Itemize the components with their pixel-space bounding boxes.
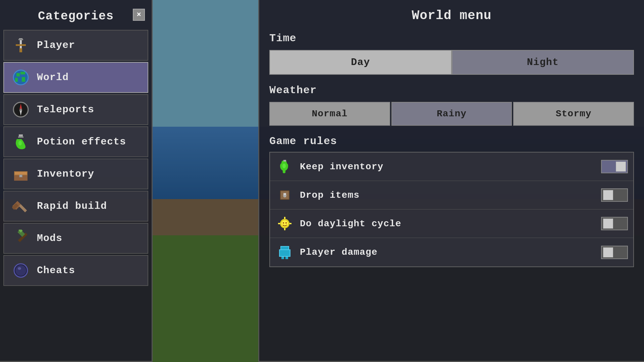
- svg-point-34: [282, 164, 286, 168]
- rule-daylight-cycle: Do daylight cycle: [270, 209, 633, 238]
- compass-icon: [11, 100, 31, 120]
- svg-point-42: [283, 222, 284, 224]
- svg-rect-9: [22, 77, 25, 82]
- globe-icon: [11, 67, 31, 87]
- svg-point-18: [18, 141, 22, 145]
- sidebar-item-cheats[interactable]: Cheats: [3, 255, 148, 286]
- keep-inventory-toggle-thumb: [616, 162, 626, 172]
- daylight-cycle-icon: [275, 215, 294, 233]
- sidebar-item-potion-effects[interactable]: Potion effects: [3, 126, 148, 157]
- svg-rect-6: [16, 73, 20, 76]
- pickaxe-icon: [11, 228, 31, 248]
- svg-rect-35: [283, 160, 286, 162]
- player-damage-label: Player damage: [300, 247, 601, 257]
- svg-rect-8: [15, 78, 18, 82]
- svg-rect-48: [281, 246, 289, 250]
- player-damage-toggle-thumb: [603, 247, 613, 257]
- sidebar-item-player[interactable]: Player: [3, 30, 148, 61]
- rule-drop-items: Drop items: [270, 181, 633, 209]
- daylight-cycle-toggle[interactable]: [601, 217, 628, 230]
- svg-rect-45: [284, 228, 285, 230]
- daylight-cycle-toggle-thumb: [603, 219, 613, 229]
- game-rules-section: Game rules Keep inventory: [266, 132, 637, 267]
- categories-panel: Categories × Player: [0, 0, 153, 362]
- sidebar-item-inventory-label: Inventory: [37, 168, 94, 180]
- weather-normal-button[interactable]: Normal: [269, 102, 390, 126]
- svg-rect-50: [281, 256, 284, 259]
- player-damage-icon: [275, 243, 294, 261]
- sidebar-item-world-label: World: [37, 72, 69, 83]
- game-rules-list: Keep inventory Drop items: [269, 152, 634, 267]
- keep-inventory-icon: [275, 158, 294, 176]
- weather-rainy-button[interactable]: Rainy: [391, 102, 512, 126]
- close-button[interactable]: ×: [133, 9, 145, 21]
- svg-rect-17: [18, 136, 23, 138]
- orb-icon: [11, 260, 31, 281]
- svg-rect-3: [16, 44, 26, 46]
- sword-icon: [11, 35, 31, 55]
- time-buttons-row: Day Night: [269, 50, 634, 75]
- sidebar-item-potion-effects-label: Potion effects: [37, 136, 126, 147]
- sidebar-item-teleports-label: Teleports: [37, 104, 94, 115]
- svg-rect-21: [15, 172, 27, 175]
- svg-rect-46: [278, 223, 280, 224]
- svg-rect-4: [19, 48, 22, 52]
- svg-point-43: [285, 222, 287, 224]
- weather-stormy-button[interactable]: Stormy: [513, 102, 634, 126]
- time-section-label: Time: [266, 29, 637, 47]
- svg-rect-25: [19, 204, 27, 212]
- chest-icon: [11, 164, 31, 184]
- sidebar-item-cheats-label: Cheats: [37, 265, 75, 276]
- svg-rect-2: [18, 39, 23, 40]
- rule-keep-inventory: Keep inventory: [270, 153, 633, 181]
- sidebar-item-teleports[interactable]: Teleports: [3, 94, 148, 125]
- sidebar-item-world[interactable]: World: [3, 62, 148, 93]
- svg-rect-23: [20, 175, 22, 177]
- categories-header: Categories ×: [0, 3, 152, 30]
- drop-items-icon: [275, 186, 294, 204]
- svg-rect-7: [20, 72, 25, 74]
- categories-title: Categories: [38, 9, 114, 23]
- player-damage-toggle[interactable]: [601, 246, 628, 259]
- sidebar-item-rapid-build[interactable]: Rapid build: [3, 191, 148, 222]
- svg-rect-51: [285, 256, 288, 259]
- drop-items-label: Drop items: [300, 190, 601, 200]
- svg-point-15: [20, 109, 22, 111]
- keep-inventory-label: Keep inventory: [300, 162, 601, 172]
- keep-inventory-toggle[interactable]: [601, 160, 628, 173]
- game-rules-section-label: Game rules: [266, 132, 637, 150]
- svg-point-32: [18, 267, 21, 270]
- drop-items-toggle-thumb: [603, 190, 613, 200]
- sidebar-item-rapid-build-label: Rapid build: [37, 200, 107, 212]
- time-night-button[interactable]: Night: [452, 50, 634, 75]
- svg-point-31: [15, 265, 26, 276]
- weather-section-label: Weather: [266, 81, 637, 99]
- hammer-icon: [11, 196, 31, 216]
- daylight-cycle-label: Do daylight cycle: [300, 219, 601, 229]
- drop-items-toggle[interactable]: [601, 188, 628, 202]
- svg-rect-47: [289, 223, 291, 224]
- time-day-button[interactable]: Day: [269, 50, 452, 75]
- potion-icon: [11, 132, 31, 152]
- sidebar-item-player-label: Player: [37, 40, 75, 51]
- svg-rect-49: [279, 250, 290, 256]
- world-menu-title: World menu: [266, 5, 637, 29]
- weather-buttons-row: Normal Rainy Stormy: [269, 102, 634, 126]
- sidebar-item-mods[interactable]: Mods: [3, 223, 148, 254]
- sidebar-item-inventory[interactable]: Inventory: [3, 159, 148, 189]
- world-menu-panel: World menu Time Day Night Weather Normal…: [258, 0, 644, 362]
- rule-player-damage: Player damage: [270, 238, 633, 266]
- svg-rect-44: [284, 217, 285, 219]
- sidebar-item-mods-label: Mods: [37, 233, 62, 244]
